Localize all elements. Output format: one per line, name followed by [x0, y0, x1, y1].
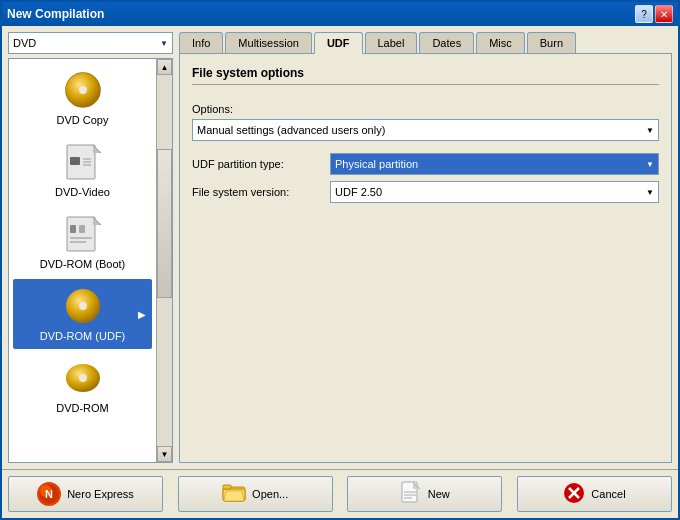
- nero-express-button[interactable]: N Nero Express: [8, 476, 163, 512]
- compilation-type-list: DVD Copy: [8, 58, 173, 463]
- scroll-thumb[interactable]: [157, 149, 172, 297]
- fs-version-arrow-icon: ▼: [646, 188, 654, 197]
- tab-dates[interactable]: Dates: [419, 32, 474, 53]
- list-item-selected[interactable]: ▶ DVD-ROM (UDF): [13, 279, 152, 349]
- tab-label[interactable]: Label: [365, 32, 418, 53]
- bottom-bar: N Nero Express Open...: [2, 469, 678, 518]
- help-button[interactable]: ?: [635, 5, 653, 23]
- dvd-rom-boot-icon: [63, 214, 103, 254]
- svg-rect-15: [70, 237, 92, 239]
- cancel-label: Cancel: [591, 488, 625, 500]
- list-item[interactable]: DVD Copy: [13, 63, 152, 133]
- svg-rect-26: [223, 485, 231, 489]
- scroll-down-button[interactable]: ▼: [157, 446, 172, 462]
- svg-rect-14: [79, 225, 85, 233]
- dvd-copy-label: DVD Copy: [57, 114, 109, 126]
- options-dropdown-value: Manual settings (advanced users only): [197, 124, 385, 136]
- dvd-rom-udf-label: DVD-ROM (UDF): [40, 330, 126, 342]
- dvd-other-label: DVD-ROM: [56, 402, 109, 414]
- svg-text:N: N: [45, 488, 53, 500]
- new-label: New: [428, 488, 450, 500]
- tab-udf[interactable]: UDF: [314, 32, 363, 54]
- fs-version-dropdown[interactable]: UDF 2.50 ▼: [330, 181, 659, 203]
- options-area: Options: Manual settings (advanced users…: [192, 103, 659, 209]
- svg-point-2: [79, 86, 87, 94]
- close-button[interactable]: ✕: [655, 5, 673, 23]
- right-panel: Info Multisession UDF Label Dates Misc: [179, 32, 672, 463]
- list-item[interactable]: DVD-ROM: [13, 351, 152, 421]
- scroll-up-button[interactable]: ▲: [157, 59, 172, 75]
- fs-version-label: File system version:: [192, 186, 322, 198]
- fs-version-row: File system version: UDF 2.50 ▼: [192, 181, 659, 203]
- cancel-icon: [563, 482, 585, 506]
- list-scrollbar[interactable]: ▲ ▼: [156, 59, 172, 462]
- dvd-dropdown-arrow-icon: ▼: [160, 39, 168, 48]
- svg-rect-6: [70, 157, 80, 165]
- svg-point-18: [79, 302, 87, 310]
- dvd-video-icon: [63, 142, 103, 182]
- svg-rect-16: [70, 241, 86, 243]
- selected-arrow-icon: ▶: [138, 309, 146, 320]
- partition-type-dropdown[interactable]: Physical partition ▼: [330, 153, 659, 175]
- dvd-copy-icon: [63, 70, 103, 110]
- folder-icon: [222, 481, 246, 508]
- dvd-dropdown-bar: DVD ▼: [8, 32, 173, 54]
- list-item[interactable]: DVD-Video: [13, 135, 152, 205]
- svg-rect-10: [67, 217, 95, 251]
- dvd-dropdown-value: DVD: [13, 37, 36, 49]
- dialog-title: New Compilation: [7, 7, 104, 21]
- fs-version-value: UDF 2.50: [335, 186, 382, 198]
- new-button[interactable]: New: [347, 476, 502, 512]
- tab-bar: Info Multisession UDF Label Dates Misc: [179, 32, 672, 53]
- dvd-rom-udf-icon: [63, 286, 103, 326]
- partition-type-row: UDF partition type: Physical partition ▼: [192, 153, 659, 175]
- open-button[interactable]: Open...: [178, 476, 333, 512]
- title-bar-buttons: ? ✕: [635, 5, 673, 23]
- svg-rect-13: [70, 225, 76, 233]
- tab-misc[interactable]: Misc: [476, 32, 525, 53]
- tab-content-udf: File system options Options: Manual sett…: [179, 53, 672, 463]
- list-item[interactable]: DVD-ROM (Boot): [13, 207, 152, 277]
- partition-type-label: UDF partition type:: [192, 158, 322, 170]
- title-bar: New Compilation ? ✕: [2, 2, 678, 26]
- left-panel: DVD ▼: [8, 32, 173, 463]
- options-dropdown[interactable]: Manual settings (advanced users only) ▼: [192, 119, 659, 141]
- tab-multisession[interactable]: Multisession: [225, 32, 312, 53]
- partition-type-value: Physical partition: [335, 158, 418, 170]
- cancel-button[interactable]: Cancel: [517, 476, 672, 512]
- section-header: File system options: [192, 66, 659, 93]
- dvd-other-icon: [63, 358, 103, 398]
- svg-marker-27: [224, 491, 244, 501]
- scroll-track: [157, 75, 172, 446]
- svg-point-20: [79, 374, 87, 382]
- list-items-container: DVD Copy: [9, 59, 156, 462]
- nero-express-label: Nero Express: [67, 488, 134, 500]
- nero-icon: N: [37, 482, 61, 506]
- tab-info[interactable]: Info: [179, 32, 223, 53]
- dvd-rom-boot-label: DVD-ROM (Boot): [40, 258, 126, 270]
- dvd-video-label: DVD-Video: [55, 186, 110, 198]
- partition-type-arrow-icon: ▼: [646, 160, 654, 169]
- tab-burn[interactable]: Burn: [527, 32, 576, 53]
- open-label: Open...: [252, 488, 288, 500]
- options-dropdown-arrow-icon: ▼: [646, 126, 654, 135]
- options-label: Options:: [192, 103, 659, 115]
- section-title: File system options: [192, 66, 659, 80]
- dvd-dropdown[interactable]: DVD ▼: [8, 32, 173, 54]
- document-icon: [400, 481, 422, 507]
- dialog-body: DVD ▼: [2, 26, 678, 469]
- section-divider: [192, 84, 659, 85]
- main-dialog: New Compilation ? ✕ DVD ▼: [0, 0, 680, 520]
